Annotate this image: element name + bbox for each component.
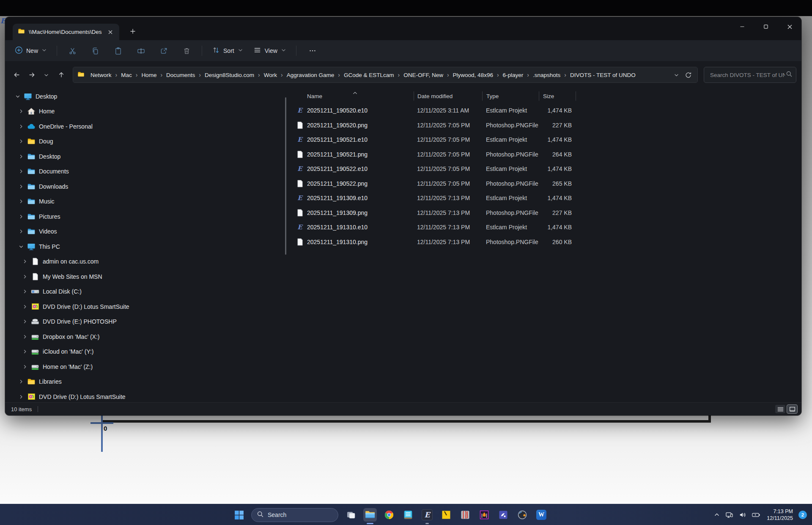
chevron-right-icon[interactable] (18, 214, 25, 219)
chevron-right-icon[interactable] (22, 334, 28, 339)
file-row-20251211-191310-png[interactable]: 20251211_191310.png 12/11/2025 7:13 PM P… (287, 235, 801, 250)
sidebar-item-doug[interactable]: Doug (5, 134, 286, 149)
breadcrumb-divots-test-of-undo[interactable]: DIVOTS - TEST of UNDO (568, 71, 638, 80)
chevron-right-icon[interactable] (22, 289, 28, 294)
volume-icon[interactable] (738, 508, 747, 522)
search-box[interactable] (704, 67, 796, 83)
up-button[interactable] (55, 68, 68, 82)
large-thumbnails-view-button[interactable] (787, 405, 797, 413)
sidebar-item-dvd-drive-d-lotus-smartsuite[interactable]: DVD Drive (D:) Lotus SmartSuite (5, 389, 286, 402)
column-header-date-modified[interactable]: Date modified (414, 91, 482, 101)
sidebar-item-dropbox-on-mac-x[interactable]: Dropbox on 'Mac' (X:) (5, 329, 286, 344)
file-row-20251211-190521-png[interactable]: 20251211_190521.png 12/11/2025 7:05 PM P… (287, 147, 801, 162)
chevron-right-icon[interactable] (18, 199, 25, 204)
minimize-button[interactable] (730, 17, 754, 36)
sidebar-item-music[interactable]: Music (5, 194, 286, 209)
file-row-20251211-190520-png[interactable]: 20251211_190520.png 12/11/2025 7:05 PM P… (287, 118, 801, 133)
chevron-right-icon[interactable] (22, 274, 28, 279)
taskbar-yellow-app-icon[interactable] (439, 508, 453, 522)
delete-button[interactable] (179, 44, 194, 58)
refresh-icon[interactable] (682, 69, 694, 81)
taskbar-flame-app-icon[interactable] (477, 508, 491, 522)
sidebar-item-home[interactable]: Home (5, 104, 286, 119)
paste-button[interactable] (110, 44, 126, 58)
file-row-20251211-190522-png[interactable]: 20251211_190522.png 12/11/2025 7:05 PM P… (287, 176, 801, 191)
cut-button[interactable] (65, 44, 80, 58)
sidebar-item-my-web-sites-on-msn[interactable]: My Web Sites on MSN (5, 269, 286, 284)
chevron-right-icon[interactable] (22, 319, 28, 324)
chevron-down-icon[interactable] (18, 244, 25, 249)
chevron-right-icon[interactable] (18, 154, 25, 159)
maximize-button[interactable] (754, 17, 778, 36)
taskbar-word-icon[interactable]: W (535, 508, 548, 522)
breadcrumb-design8studio-com[interactable]: Design8Studio.com › (202, 71, 261, 80)
sidebar-item-dvd-drive-e-photoshp[interactable]: DVD Drive (E:) PHOTOSHP (5, 314, 286, 330)
chevron-right-icon[interactable] (18, 394, 25, 399)
sidebar-item-onedrive-personal[interactable]: OneDrive - Personal (5, 119, 286, 134)
chevron-right-icon[interactable] (18, 169, 25, 174)
copy-button[interactable] (88, 44, 103, 58)
taskbar-estlcam-icon[interactable]: E (420, 508, 434, 522)
file-row-20251211-191309-e10[interactable]: E 20251211_191309.e10 12/11/2025 7:13 PM… (287, 191, 801, 206)
breadcrumb-documents[interactable]: Documents › (164, 71, 202, 80)
file-row-20251211-191309-png[interactable]: 20251211_191309.png 12/11/2025 7:13 PM P… (287, 206, 801, 220)
column-header-name[interactable]: Name (287, 91, 414, 101)
new-tab-button[interactable] (127, 26, 139, 37)
breadcrumb-aggravation-game[interactable]: Aggravation Game › (284, 71, 341, 80)
taskbar-indigo-app-icon[interactable] (497, 508, 510, 522)
sort-button[interactable]: Sort (208, 44, 247, 58)
chevron-right-icon[interactable] (22, 349, 28, 354)
file-row-20251211-190522-e10[interactable]: E 20251211_190522.e10 12/11/2025 7:05 PM… (287, 162, 801, 176)
sidebar-item-downloads[interactable]: Downloads (5, 179, 286, 194)
explorer-tab[interactable]: \\Mac\Home\Documents\Des (13, 24, 119, 40)
chevron-right-icon[interactable] (22, 259, 28, 264)
recent-locations-button[interactable] (40, 68, 53, 82)
taskbar-file-explorer-icon[interactable] (363, 508, 377, 522)
address-dropdown-icon[interactable] (670, 69, 682, 81)
sidebar-item-videos[interactable]: Videos (5, 224, 286, 239)
chevron-right-icon[interactable] (22, 304, 28, 309)
sidebar-item-home-on-mac-z[interactable]: Home on 'Mac' (Z:) (5, 359, 286, 374)
more-options-button[interactable] (305, 44, 320, 58)
taskbar-chrome-icon[interactable] (382, 508, 396, 522)
view-button[interactable]: View (250, 44, 290, 58)
battery-icon[interactable] (751, 508, 761, 522)
sidebar-item-desktop[interactable]: Desktop (5, 149, 286, 164)
chevron-right-icon[interactable] (18, 184, 25, 189)
column-header-type[interactable]: Type (482, 91, 539, 101)
sidebar-item-pictures[interactable]: Pictures (5, 209, 286, 224)
sidebar-scrollbar[interactable] (285, 97, 286, 255)
sidebar-item-libraries[interactable]: Libraries (5, 374, 286, 390)
search-input[interactable] (709, 71, 786, 79)
breadcrumb-home[interactable]: Home › (139, 71, 164, 80)
close-button[interactable] (778, 17, 801, 36)
sidebar-item-local-disk-c[interactable]: Local Disk (C:) (5, 284, 286, 300)
breadcrumb-one-off-new[interactable]: ONE-OFF, New › (401, 71, 450, 80)
tab-close-icon[interactable] (106, 27, 115, 37)
sidebar-item-admin-on-cac-us-com[interactable]: admin on cac.us.com (5, 254, 286, 269)
sidebar-item-this-pc[interactable]: This PC (5, 239, 286, 254)
file-row-20251211-190520-e10[interactable]: E 20251211_190520.e10 12/11/2025 3:11 AM… (287, 103, 801, 118)
column-header-size[interactable]: Size (539, 91, 576, 101)
new-button[interactable]: New (11, 44, 51, 58)
details-view-button[interactable] (775, 405, 785, 413)
taskbar-task-view-icon[interactable] (344, 508, 358, 522)
sidebar-item-icloud-on-mac-y[interactable]: iCloud on 'Mac' (Y:) (5, 344, 286, 360)
chevron-right-icon[interactable] (22, 364, 28, 369)
rename-button[interactable] (133, 44, 148, 58)
share-button[interactable] (156, 44, 171, 58)
sidebar-item-documents[interactable]: Documents (5, 164, 286, 179)
breadcrumb-work[interactable]: Work › (261, 71, 284, 80)
taskbar-notepad-icon[interactable] (401, 508, 415, 522)
file-row-20251211-191310-e10[interactable]: E 20251211_191310.e10 12/11/2025 7:13 PM… (287, 220, 801, 235)
taskbar-search[interactable]: Search (251, 508, 338, 522)
sidebar-item-desktop[interactable]: Desktop (5, 89, 286, 104)
chevron-right-icon[interactable] (18, 139, 25, 144)
taskbar-red-stripes-app-icon[interactable] (458, 508, 472, 522)
start-button[interactable] (232, 508, 246, 522)
file-row-20251211-190521-e10[interactable]: E 20251211_190521.e10 12/11/2025 7:05 PM… (287, 132, 801, 147)
taskbar-media-player-icon[interactable] (516, 508, 529, 522)
breadcrumb-gcode-estlcam[interactable]: GCode & ESTLcam › (341, 71, 401, 80)
hidden-icons-chevron-icon[interactable] (713, 508, 721, 522)
clock[interactable]: 7:13 PM 12/11/2025 (767, 508, 793, 522)
